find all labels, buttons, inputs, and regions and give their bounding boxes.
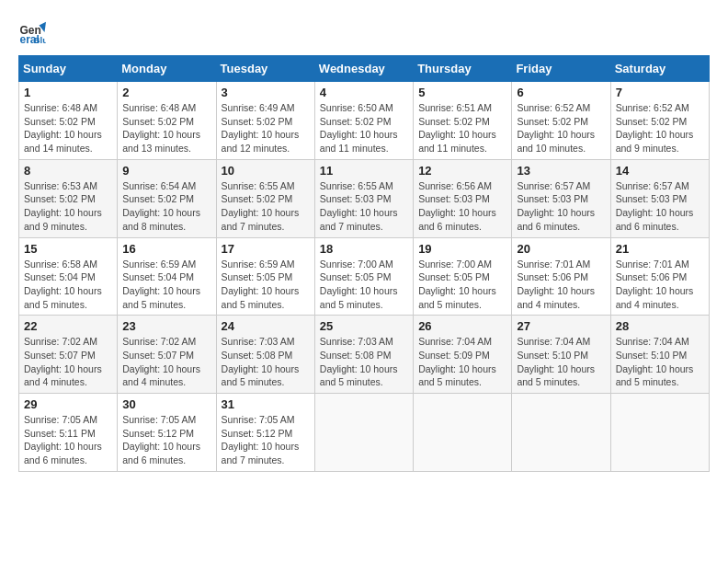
day-number: 8 (24, 164, 112, 178)
day-number: 6 (517, 86, 605, 99)
day-info: Sunrise: 7:01 AM Sunset: 5:06 PM Dayligh… (616, 258, 704, 312)
day-info: Sunrise: 6:55 AM Sunset: 5:02 PM Dayligh… (222, 179, 310, 234)
logo-icon: Gen eral Blue (18, 18, 46, 46)
day-number: 23 (122, 319, 210, 333)
day-number: 4 (320, 86, 408, 99)
day-info: Sunrise: 6:57 AM Sunset: 5:03 PM Dayligh… (616, 179, 704, 234)
calendar-cell: 24 Sunrise: 7:03 AM Sunset: 5:08 PM Dayl… (216, 316, 314, 394)
day-info: Sunrise: 6:48 AM Sunset: 5:02 PM Dayligh… (24, 101, 112, 155)
calendar-cell: 29 Sunrise: 7:05 AM Sunset: 5:11 PM Dayl… (19, 394, 118, 472)
day-number: 19 (418, 242, 506, 256)
day-number: 15 (24, 242, 112, 256)
day-number: 26 (418, 319, 506, 333)
calendar-cell: 16 Sunrise: 6:59 AM Sunset: 5:04 PM Dayl… (118, 237, 216, 316)
day-info: Sunrise: 6:54 AM Sunset: 5:02 PM Dayligh… (122, 179, 210, 234)
calendar-cell: 27 Sunrise: 7:04 AM Sunset: 5:10 PM Dayl… (512, 316, 610, 394)
calendar-cell: 8 Sunrise: 6:53 AM Sunset: 5:02 PM Dayli… (19, 159, 118, 237)
weekday-header-friday: Friday (512, 56, 610, 82)
day-number: 27 (517, 319, 605, 333)
calendar-cell: 13 Sunrise: 6:57 AM Sunset: 5:03 PM Dayl… (512, 159, 610, 237)
day-number: 24 (222, 319, 310, 333)
day-number: 14 (616, 164, 704, 178)
calendar-week-2: 8 Sunrise: 6:53 AM Sunset: 5:02 PM Dayli… (19, 159, 710, 237)
day-number: 25 (320, 319, 408, 333)
day-info: Sunrise: 7:04 AM Sunset: 5:09 PM Dayligh… (418, 335, 506, 389)
calendar-cell: 5 Sunrise: 6:51 AM Sunset: 5:02 PM Dayli… (414, 82, 512, 160)
day-info: Sunrise: 6:51 AM Sunset: 5:02 PM Dayligh… (418, 101, 506, 155)
calendar-cell: 22 Sunrise: 7:02 AM Sunset: 5:07 PM Dayl… (19, 316, 118, 394)
calendar-cell (314, 394, 413, 472)
weekday-header-wednesday: Wednesday (314, 56, 413, 82)
day-number: 28 (616, 319, 704, 333)
day-number: 18 (320, 242, 408, 256)
calendar-cell: 28 Sunrise: 7:04 AM Sunset: 5:10 PM Dayl… (610, 316, 709, 394)
calendar-cell: 15 Sunrise: 6:58 AM Sunset: 5:04 PM Dayl… (19, 237, 118, 316)
day-number: 1 (24, 86, 112, 99)
calendar-cell: 18 Sunrise: 7:00 AM Sunset: 5:05 PM Dayl… (314, 237, 413, 316)
calendar-cell (610, 394, 709, 472)
calendar-cell: 23 Sunrise: 7:02 AM Sunset: 5:07 PM Dayl… (118, 316, 216, 394)
day-info: Sunrise: 7:05 AM Sunset: 5:12 PM Dayligh… (222, 413, 310, 467)
day-number: 5 (418, 86, 506, 99)
day-number: 11 (320, 164, 408, 178)
calendar-cell: 26 Sunrise: 7:04 AM Sunset: 5:09 PM Dayl… (414, 316, 512, 394)
day-number: 13 (517, 164, 605, 178)
day-number: 10 (222, 164, 310, 178)
day-info: Sunrise: 7:03 AM Sunset: 5:08 PM Dayligh… (222, 335, 310, 389)
day-number: 20 (517, 242, 605, 256)
day-number: 21 (616, 242, 704, 256)
day-info: Sunrise: 6:52 AM Sunset: 5:02 PM Dayligh… (616, 101, 704, 155)
day-info: Sunrise: 6:56 AM Sunset: 5:03 PM Dayligh… (418, 179, 506, 234)
day-number: 12 (418, 164, 506, 178)
calendar-week-4: 22 Sunrise: 7:02 AM Sunset: 5:07 PM Dayl… (19, 316, 710, 394)
day-info: Sunrise: 6:52 AM Sunset: 5:02 PM Dayligh… (517, 101, 605, 155)
calendar-cell: 14 Sunrise: 6:57 AM Sunset: 5:03 PM Dayl… (610, 159, 709, 237)
svg-text:Blue: Blue (34, 35, 47, 45)
day-info: Sunrise: 6:58 AM Sunset: 5:04 PM Dayligh… (24, 258, 112, 312)
day-number: 31 (222, 397, 310, 411)
day-info: Sunrise: 7:01 AM Sunset: 5:06 PM Dayligh… (517, 258, 605, 312)
day-info: Sunrise: 7:04 AM Sunset: 5:10 PM Dayligh… (517, 335, 605, 389)
day-info: Sunrise: 7:04 AM Sunset: 5:10 PM Dayligh… (616, 335, 704, 389)
day-info: Sunrise: 6:59 AM Sunset: 5:04 PM Dayligh… (122, 258, 210, 312)
calendar-cell: 17 Sunrise: 6:59 AM Sunset: 5:05 PM Dayl… (216, 237, 314, 316)
day-info: Sunrise: 6:49 AM Sunset: 5:02 PM Dayligh… (222, 101, 310, 155)
day-info: Sunrise: 7:00 AM Sunset: 5:05 PM Dayligh… (418, 258, 506, 312)
calendar-cell: 12 Sunrise: 6:56 AM Sunset: 5:03 PM Dayl… (414, 159, 512, 237)
day-info: Sunrise: 6:55 AM Sunset: 5:03 PM Dayligh… (320, 179, 408, 234)
calendar-cell: 31 Sunrise: 7:05 AM Sunset: 5:12 PM Dayl… (216, 394, 314, 472)
day-number: 7 (616, 86, 704, 99)
day-info: Sunrise: 6:53 AM Sunset: 5:02 PM Dayligh… (24, 179, 112, 234)
calendar-cell: 19 Sunrise: 7:00 AM Sunset: 5:05 PM Dayl… (414, 237, 512, 316)
calendar-cell: 10 Sunrise: 6:55 AM Sunset: 5:02 PM Dayl… (216, 159, 314, 237)
day-number: 29 (24, 397, 112, 411)
day-info: Sunrise: 7:05 AM Sunset: 5:12 PM Dayligh… (122, 413, 210, 467)
calendar-week-3: 15 Sunrise: 6:58 AM Sunset: 5:04 PM Dayl… (19, 237, 710, 316)
calendar-cell (414, 394, 512, 472)
day-info: Sunrise: 6:50 AM Sunset: 5:02 PM Dayligh… (320, 101, 408, 155)
day-info: Sunrise: 6:48 AM Sunset: 5:02 PM Dayligh… (122, 101, 210, 155)
weekday-header-sunday: Sunday (19, 56, 118, 82)
day-number: 3 (222, 86, 310, 99)
day-info: Sunrise: 7:02 AM Sunset: 5:07 PM Dayligh… (24, 335, 112, 389)
weekday-header-row: SundayMondayTuesdayWednesdayThursdayFrid… (19, 56, 710, 82)
day-number: 9 (122, 164, 210, 178)
weekday-header-tuesday: Tuesday (216, 56, 314, 82)
day-number: 30 (122, 397, 210, 411)
calendar-cell: 9 Sunrise: 6:54 AM Sunset: 5:02 PM Dayli… (118, 159, 216, 237)
calendar-cell: 3 Sunrise: 6:49 AM Sunset: 5:02 PM Dayli… (216, 82, 314, 160)
day-number: 2 (122, 86, 210, 99)
calendar-cell: 6 Sunrise: 6:52 AM Sunset: 5:02 PM Dayli… (512, 82, 610, 160)
day-info: Sunrise: 7:05 AM Sunset: 5:11 PM Dayligh… (24, 413, 112, 467)
calendar-cell: 30 Sunrise: 7:05 AM Sunset: 5:12 PM Dayl… (118, 394, 216, 472)
calendar-cell: 20 Sunrise: 7:01 AM Sunset: 5:06 PM Dayl… (512, 237, 610, 316)
calendar-week-5: 29 Sunrise: 7:05 AM Sunset: 5:11 PM Dayl… (19, 394, 710, 472)
day-info: Sunrise: 7:02 AM Sunset: 5:07 PM Dayligh… (122, 335, 210, 389)
day-info: Sunrise: 6:57 AM Sunset: 5:03 PM Dayligh… (517, 179, 605, 234)
day-number: 17 (222, 242, 310, 256)
calendar-cell: 25 Sunrise: 7:03 AM Sunset: 5:08 PM Dayl… (314, 316, 413, 394)
calendar-cell: 21 Sunrise: 7:01 AM Sunset: 5:06 PM Dayl… (610, 237, 709, 316)
weekday-header-thursday: Thursday (414, 56, 512, 82)
day-number: 16 (122, 242, 210, 256)
weekday-header-monday: Monday (118, 56, 216, 82)
